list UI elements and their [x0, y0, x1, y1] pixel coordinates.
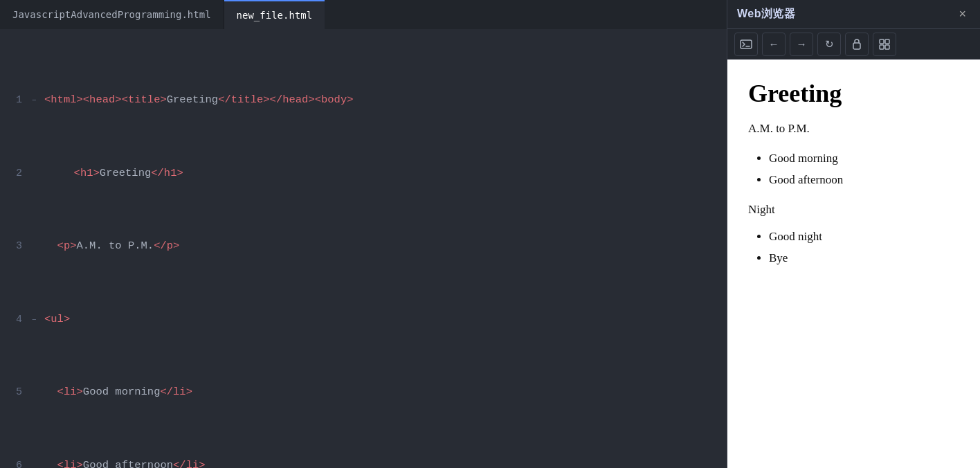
code-line-1: 1 − <html><head><title>Greeting</title><…	[7, 91, 720, 109]
list1-item-1: Good afternoon	[769, 170, 959, 191]
code-line-5: 5 <li>Good morning</li>	[7, 383, 720, 402]
code-line-3: 3 <p>A.M. to P.M.</p>	[7, 237, 720, 255]
rendered-heading: Greeting	[748, 79, 959, 108]
line-1-content: <html><head><title>Greeting</title></hea…	[44, 91, 354, 109]
rendered-subtitle: A.M. to P.M.	[748, 122, 959, 136]
line-num-3: 3	[7, 237, 22, 255]
code-lines: 1 − <html><head><title>Greeting</title><…	[0, 36, 727, 461]
line-num-4: 4	[7, 311, 22, 329]
line-6-content: <li>Good afternoon</li>	[44, 456, 206, 468]
fold-1[interactable]: −	[32, 94, 43, 107]
list1-item-0: Good morning	[769, 148, 959, 170]
browser-close-button[interactable]: ×	[954, 4, 970, 24]
svg-rect-3	[880, 39, 884, 44]
rendered-section2: Night	[748, 203, 959, 217]
svg-rect-4	[885, 39, 889, 44]
fold-6	[32, 460, 43, 468]
fold-2	[32, 168, 43, 181]
svg-rect-0	[741, 40, 752, 48]
list2-item-1: Bye	[769, 248, 959, 269]
back-button[interactable]: ←	[762, 33, 786, 56]
rendered-list-2: Good night Bye	[769, 226, 959, 269]
list2-item-0: Good night	[769, 226, 959, 248]
line-5-content: <li>Good morning</li>	[44, 383, 192, 401]
refresh-button[interactable]: ↻	[817, 33, 841, 56]
tab-inactive[interactable]: JavascriptAdvancedProgramming.html	[0, 0, 224, 29]
code-line-4: 4 − <ul>	[7, 310, 720, 329]
line-num-5: 5	[7, 384, 22, 402]
editor-panel: JavascriptAdvancedProgramming.html new_f…	[0, 0, 727, 468]
fold-3	[32, 240, 43, 253]
lock-icon-button[interactable]	[845, 33, 869, 56]
browser-rendered-content: Greeting A.M. to P.M. Good morning Good …	[727, 60, 980, 468]
code-area: 1 − <html><head><title>Greeting</title><…	[0, 29, 727, 468]
rendered-list-1: Good morning Good afternoon	[769, 148, 959, 190]
line-num-2: 2	[7, 165, 22, 183]
line-4-content: <ul>	[44, 310, 70, 328]
line-num-6: 6	[7, 457, 22, 468]
svg-rect-6	[885, 45, 889, 49]
line-3-content: <p>A.M. to P.M.</p>	[44, 237, 179, 255]
fold-5	[32, 386, 43, 399]
line-2-content: <h1>Greeting</h1>	[44, 164, 183, 182]
terminal-icon-button[interactable]	[734, 33, 758, 56]
code-line-2: 2 <h1>Greeting</h1>	[7, 164, 720, 183]
browser-title: Web浏览器	[737, 7, 795, 21]
browser-toolbar: ← → ↻	[727, 29, 980, 60]
forward-button[interactable]: →	[790, 33, 813, 56]
grid-icon-button[interactable]	[873, 33, 896, 56]
fold-4[interactable]: −	[32, 314, 43, 327]
svg-rect-5	[880, 45, 884, 49]
browser-panel: Web浏览器 × ← → ↻	[727, 0, 980, 468]
svg-rect-2	[853, 43, 860, 49]
code-line-6: 6 <li>Good afternoon</li>	[7, 456, 720, 468]
tab-active[interactable]: new_file.html	[224, 0, 325, 29]
editor-tabs: JavascriptAdvancedProgramming.html new_f…	[0, 0, 727, 29]
browser-titlebar: Web浏览器 ×	[727, 0, 980, 29]
line-num-1: 1	[7, 91, 22, 109]
